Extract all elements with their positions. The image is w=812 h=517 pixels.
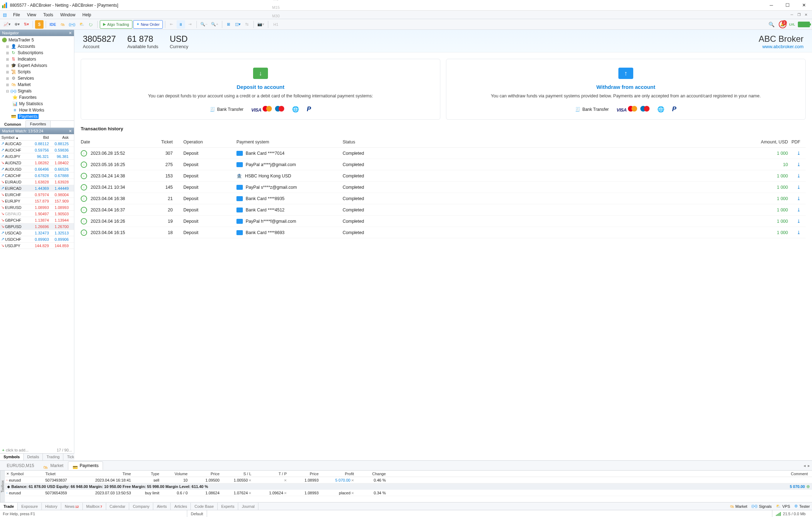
grid-icon[interactable]: ⊞ [224, 20, 233, 29]
mw-row-audcad[interactable]: ↗AUDCAD0.881120.88125 [0, 141, 74, 147]
search-icon[interactable]: 🔍 [767, 20, 776, 29]
expand-icon[interactable]: ⊞ [6, 45, 9, 49]
close-icon[interactable]: ✕ [69, 129, 72, 133]
expand-icon[interactable]: ⊞ [6, 51, 9, 55]
tb-tab-trade[interactable]: Trade [0, 503, 18, 510]
minimize-button[interactable]: ─ [763, 0, 779, 11]
pm-bank-transfer[interactable]: 🧾Bank Transfer [210, 107, 244, 112]
nav-subscriptions[interactable]: ⊞↻Subscriptions [0, 50, 74, 56]
download-pdf-icon[interactable]: ⤓ [791, 207, 806, 212]
broker-url[interactable]: www.abcbroker.com [759, 44, 804, 49]
nav-expert-advisors[interactable]: ⊞🎓Expert Advisors [0, 62, 74, 69]
market-watch-footer[interactable]: + click to add... 17 / 90... [0, 447, 74, 453]
download-pdf-icon[interactable]: ⤓ [791, 196, 806, 201]
new-order-button[interactable]: ✦New Order [133, 20, 163, 29]
mdi-restore-icon[interactable]: ❐ [796, 12, 802, 18]
download-pdf-icon[interactable]: ⤓ [791, 150, 806, 156]
download-pdf-icon[interactable]: ⤓ [791, 162, 806, 167]
trade-row[interactable]: ▫eurusd 5073654359 2023.07.03 13:50:53 b… [5, 490, 812, 496]
tb-tab-mailbox[interactable]: Mailbox7 [83, 503, 106, 510]
nav-scripts[interactable]: ⊞📜Scripts [0, 69, 74, 75]
mw-row-eurusd[interactable]: ↘EURUSD1.089931.08993 [0, 204, 74, 211]
history-row[interactable]: ↓2023.05.16 16:25275DepositPayPal a****j… [81, 159, 806, 170]
history-row[interactable]: ↓2023.04.04 16:1518DepositBank Card ****… [81, 227, 806, 238]
menu-icon[interactable]: ▤ [3, 12, 7, 17]
tf-M30[interactable]: M30 [270, 12, 281, 20]
nav-market[interactable]: ⊞🛍Market [0, 81, 74, 88]
pause-icon[interactable]: ⏸ [177, 20, 185, 29]
mdi-close-icon[interactable]: ✕ [803, 12, 809, 18]
tab-eurusd[interactable]: EURUSD,M15 [2, 461, 39, 470]
mw-row-gbpusd[interactable]: ↘GBPUSD1.266961.26700 [0, 223, 74, 230]
history-row[interactable]: ↓2023.04.24 14:38153Deposit🏦HSBC Hong Ko… [81, 170, 806, 182]
indicator-icon[interactable]: ⇅▾ [22, 20, 30, 29]
close-button[interactable]: ✕ [796, 0, 812, 11]
mw-row-euraud[interactable]: ↘EURAUD1.638281.63928 [0, 179, 74, 185]
tab-payments[interactable]: 💳Payments [68, 461, 103, 470]
expand-icon[interactable]: ⊞ [6, 57, 9, 61]
close-icon[interactable]: ✕ [69, 31, 72, 35]
menu-tools[interactable]: Tools [40, 12, 57, 17]
expand-icon[interactable]: ⊞ [6, 83, 9, 87]
nav-how-it-works[interactable]: ≡How It Works [0, 107, 74, 113]
mw-row-usdcad[interactable]: ↗USDCAD1.324731.32513 [0, 230, 74, 236]
history-row[interactable]: ↓2023.06.28 15:52307DepositBank Card ***… [81, 148, 806, 159]
expand-icon[interactable]: ⊞ [6, 76, 9, 80]
history-row[interactable]: ↓2023.04.04 16:2619DepositPayPal h****f@… [81, 216, 806, 227]
template-icon[interactable]: ◫▾ [234, 20, 242, 29]
history-row[interactable]: ↓2023.04.21 10:34145DepositPayPal s****z… [81, 182, 806, 193]
pm-cards[interactable]: VISA [251, 106, 284, 113]
nav-services[interactable]: ⊞⚙Services [0, 75, 74, 81]
tb-tab-company[interactable]: Company [129, 503, 153, 510]
mw-row-audchf[interactable]: ↗AUDCHF0.597560.59836 [0, 147, 74, 153]
nav-signals[interactable]: ⊟ ((•)) Signals [0, 88, 74, 94]
chart-line-icon[interactable]: 📈▾ [2, 20, 12, 29]
tf-M5[interactable]: M5 [270, 0, 281, 3]
mw-row-gbpchf[interactable]: ↘GBPCHF1.138741.13944 [0, 217, 74, 223]
mw-row-audusd[interactable]: ↗AUDUSD0.664960.66526 [0, 166, 74, 172]
tb-tab-experts[interactable]: Experts [218, 503, 238, 510]
tf-H1[interactable]: H1 [270, 20, 281, 29]
dollar-icon[interactable]: $ [35, 20, 44, 29]
notification-badge[interactable]: 🔔 2 [779, 21, 787, 28]
crosshair-icon[interactable]: ⊕▾ [13, 20, 21, 29]
zoom-out-icon[interactable]: 🔍− [199, 20, 209, 29]
tab-prev-icon[interactable]: ◂ [804, 463, 806, 468]
nav-payments[interactable]: 💳 Payments [0, 113, 74, 120]
nav-accounts[interactable]: ⊞👤Accounts [0, 43, 74, 50]
collapse-icon[interactable]: ⊟ [6, 89, 9, 93]
algo-trading-button[interactable]: ▶Algo Trading [100, 20, 132, 29]
market-watch-columns[interactable]: Symbol ▲ Bid Ask [0, 134, 74, 141]
download-pdf-icon[interactable]: ⤓ [791, 230, 806, 235]
tb-tab-exposure[interactable]: Exposure [18, 503, 41, 510]
nav-indicators[interactable]: ⊞⇅Indicators [0, 56, 74, 62]
download-pdf-icon[interactable]: ⤓ [791, 184, 806, 190]
plus-icon[interactable]: ⊕ [806, 484, 810, 489]
nav-root[interactable]: 🟢 MetaTrader 5 [0, 37, 74, 43]
menu-window[interactable]: Window [57, 12, 79, 17]
mw-row-audjpy[interactable]: ↗AUDJPY96.32196.381 [0, 153, 74, 160]
history-row[interactable]: ↓2023.04.04 16:3720DepositBank Card ****… [81, 204, 806, 216]
tb-tab-journal[interactable]: Journal [238, 503, 258, 510]
mdi-minimize-icon[interactable]: ─ [789, 12, 795, 18]
mw-row-eurjpy[interactable]: ↘EURJPY157.879157.909 [0, 198, 74, 204]
tb-tab-alerts[interactable]: Alerts [153, 503, 171, 510]
mw-row-usdchf[interactable]: ↗USDCHF0.899030.89906 [0, 236, 74, 243]
mw-row-usdjpy[interactable]: ↘USDJPY144.829144.859 [0, 243, 74, 249]
tb-tab-news[interactable]: News12 [61, 503, 83, 510]
pm-bank-transfer[interactable]: 🧾Bank Transfer [575, 107, 609, 112]
tf-M15[interactable]: M15 [270, 3, 281, 12]
pm-cards[interactable]: VISA [617, 106, 650, 113]
autoscroll-icon[interactable]: ⇤ [167, 20, 176, 29]
pm-webmoney[interactable]: 🌐 [292, 106, 299, 113]
pill-vps[interactable]: ⛅VPS [776, 504, 790, 509]
pm-webmoney[interactable]: 🌐 [657, 106, 664, 113]
nav-favorites[interactable]: ⭐Favorites [0, 94, 74, 101]
tb-tab-articles[interactable]: Articles [171, 503, 191, 510]
download-pdf-icon[interactable]: ⤓ [791, 218, 806, 224]
menu-help[interactable]: Help [79, 12, 95, 17]
signal-icon[interactable]: ((•)) [67, 20, 77, 29]
status-profile[interactable]: Default [187, 510, 207, 517]
expand-icon[interactable]: ⊞ [6, 70, 9, 74]
tab-market[interactable]: 🛍Market [39, 461, 68, 470]
